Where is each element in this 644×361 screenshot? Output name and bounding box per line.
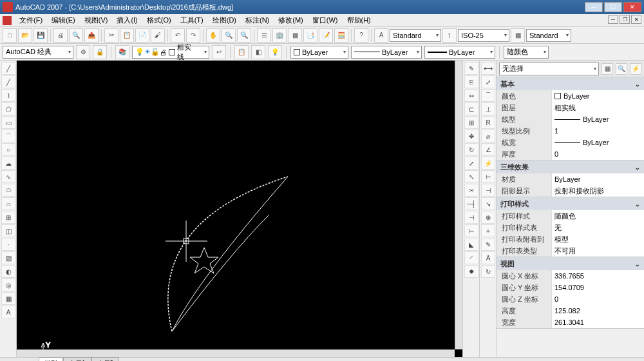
redo-icon[interactable]: ↷ [186,28,200,43]
prop-value[interactable]: ByLayer [551,113,644,125]
quickselect-icon[interactable]: ▦ [601,63,613,75]
menu-tools[interactable]: 工具(T) [176,14,207,26]
undo-icon[interactable]: ↶ [171,28,185,43]
properties-icon[interactable]: ☰ [257,28,271,43]
layer-states-icon[interactable]: 📋 [234,45,249,59]
insert-icon[interactable]: ⊞ [1,211,15,224]
cut-icon[interactable]: ✂ [104,28,118,43]
trim-icon[interactable]: ✂ [464,184,478,197]
rectangle-icon[interactable]: ▭ [1,116,15,129]
prop-value[interactable]: 投射和接收阴影 [551,185,644,197]
prop-value[interactable]: 随颜色 [551,210,644,222]
props-section-threed[interactable]: 三维效果 [497,161,644,173]
layer-iso-icon[interactable]: ◧ [251,45,265,59]
prop-value[interactable]: ByLayer [551,173,644,185]
menu-modify[interactable]: 修改(M) [274,14,307,26]
props-section-basic[interactable]: 基本 [497,77,644,90]
open-icon[interactable]: 📂 [18,28,32,43]
preview-icon[interactable]: 🔍 [69,28,83,43]
dim-angular-icon[interactable]: ∠ [481,143,495,156]
help-icon[interactable]: ? [354,28,368,43]
dim-linear-icon[interactable]: ⟷ [481,62,495,75]
line-icon[interactable]: ╱ [1,62,15,75]
prop-value[interactable]: 1 [551,125,644,137]
dim-aligned-icon[interactable]: ⤢ [481,75,495,88]
dim-tedit-icon[interactable]: A [481,251,495,264]
dim-quick-icon[interactable]: ⚡ [481,157,495,170]
menu-edit[interactable]: 编辑(E) [48,14,79,26]
vertical-scrollbar[interactable] [455,61,462,349]
copy-icon[interactable]: 📋 [120,28,134,43]
publish-icon[interactable]: 📤 [84,28,99,43]
dim-baseline-icon[interactable]: ⊢ [481,170,495,183]
minimize-button[interactable]: ─ [585,2,603,12]
selection-combo[interactable]: 无选择 [499,63,599,75]
plotstyle-combo[interactable]: 随颜色 [504,46,549,59]
dim-diameter-icon[interactable]: ⌀ [481,130,495,142]
dim-ordinate-icon[interactable]: ⊥ [481,102,495,115]
pan-icon[interactable]: ✋ [206,28,220,43]
props-section-view[interactable]: 视图 [497,257,644,270]
horizontal-scrollbar[interactable] [17,349,455,357]
menu-file[interactable]: 文件(F) [15,14,46,26]
ellipse-icon[interactable]: ⬭ [1,184,15,197]
scale-icon[interactable]: ⤢ [464,157,478,170]
drawing-canvas[interactable]: Y X [17,61,462,357]
dim-leader-icon[interactable]: ↘ [481,197,495,210]
hatch-icon[interactable]: ▨ [1,251,15,264]
prop-value[interactable]: 不可用 [551,245,644,257]
dim-arc-icon[interactable]: ⌒ [481,89,495,102]
prop-value[interactable]: 粗实线 [551,102,644,113]
workspace-settings-icon[interactable]: ⚙ [76,45,90,59]
layer-prev-icon[interactable]: ↩ [212,45,226,59]
polygon-icon[interactable]: ⬠ [1,102,15,115]
rotate-icon[interactable]: ↻ [464,143,478,156]
menu-view[interactable]: 视图(V) [80,14,112,26]
arc-icon[interactable]: ⌒ [1,130,15,142]
dimstyle-combo[interactable]: ISO-25 [458,29,509,42]
match-icon[interactable]: 🖌 [151,28,165,43]
dim-tolerance-icon[interactable]: ⊕ [481,211,495,224]
menu-dimension[interactable]: 标注(N) [242,14,273,26]
mdi-close[interactable]: ✕ [631,15,641,24]
prop-value[interactable]: ByLayer [551,90,644,102]
lineweight-combo[interactable]: ByLayer [424,46,495,59]
prop-value[interactable]: 模型 [551,233,644,245]
menu-insert[interactable]: 插入(I) [113,14,141,26]
circle-icon[interactable]: ○ [1,143,15,156]
dim-continue-icon[interactable]: ⊣ [481,184,495,197]
layer-props-icon[interactable]: 📚 [115,45,129,59]
menu-format[interactable]: 格式(O) [143,14,175,26]
block-icon[interactable]: ◫ [1,224,15,237]
mdi-restore[interactable]: ❐ [620,15,630,24]
workspace-combo[interactable]: AutoCAD 经典 [3,46,73,59]
fillet-icon[interactable]: ◜ [464,251,478,264]
array-icon[interactable]: ⊞ [464,116,478,129]
tablestyle-icon[interactable]: ▦ [511,28,525,43]
zoom-icon[interactable]: 🔍 [222,28,236,43]
stretch-icon[interactable]: ⤡ [464,170,478,183]
break-icon[interactable]: ⊣ [464,211,478,224]
spline-icon[interactable]: ∿ [1,170,15,183]
point-icon[interactable]: · [1,238,15,251]
textstyle-combo[interactable]: Standard [390,29,441,42]
save-icon[interactable]: 💾 [33,28,48,43]
mtext-icon[interactable]: A [1,306,15,318]
offset-icon[interactable]: ⊏ [464,102,478,115]
mdi-minimize[interactable]: ─ [608,15,618,24]
table-icon[interactable]: ▦ [1,292,15,305]
prop-value[interactable]: 336.7655 [551,270,644,282]
prop-value[interactable]: 0 [551,148,644,160]
maximize-button[interactable]: ☐ [604,2,622,12]
prop-value[interactable]: 无 [551,222,644,233]
toolpalette-icon[interactable]: ▦ [288,28,302,43]
menu-window[interactable]: 窗口(W) [308,14,342,26]
mirror-icon[interactable]: ⇔ [464,89,478,102]
layer-off-icon[interactable]: 💡 [268,45,282,59]
prop-value[interactable]: 125.082 [551,305,644,317]
print-icon[interactable]: 🖨 [53,28,68,43]
layer-combo[interactable]: 💡☀🔓🖨 粗实线 [132,46,209,59]
new-icon[interactable]: □ [3,28,17,43]
revcloud-icon[interactable]: ☁ [1,157,15,170]
props-section-print[interactable]: 打印样式 [497,197,644,210]
